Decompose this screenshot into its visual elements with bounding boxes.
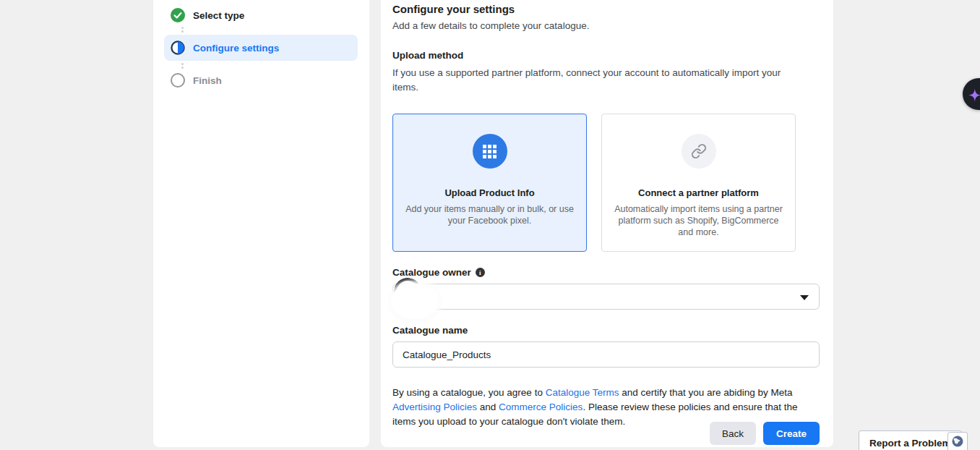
configure-settings-panel: Configure your settings Add a few detail… bbox=[381, 0, 833, 447]
page-subtitle: Add a few details to complete your catal… bbox=[392, 20, 820, 31]
card-description: Automatically import items using a partn… bbox=[613, 203, 785, 238]
report-a-problem-button[interactable]: Report a Problem bbox=[859, 430, 962, 450]
step-configure-settings[interactable]: Configure settings bbox=[164, 35, 358, 61]
sparkle-icon bbox=[965, 80, 980, 109]
catalogue-owner-label: Catalogue owner bbox=[392, 267, 471, 278]
step-label: Finish bbox=[193, 75, 222, 86]
legal-segment: and bbox=[477, 402, 499, 412]
card-title: Upload Product Info bbox=[444, 187, 534, 198]
check-circle-icon bbox=[171, 8, 185, 22]
upload-method-description: If you use a supported partner platform,… bbox=[392, 66, 790, 95]
card-upload-product-info[interactable]: Upload Product Info Add your items manua… bbox=[392, 114, 587, 252]
step-label: Select type bbox=[193, 10, 244, 21]
language-globe-button[interactable] bbox=[947, 432, 968, 450]
step-select-type[interactable]: Select type bbox=[164, 6, 358, 25]
step-finish: Finish bbox=[164, 71, 358, 90]
create-button[interactable]: Create bbox=[763, 422, 820, 445]
upload-method-cards: Upload Product Info Add your items manua… bbox=[392, 114, 820, 252]
step-label: Configure settings bbox=[193, 43, 279, 54]
page-title: Configure your settings bbox=[392, 3, 820, 15]
avatar-blur-blob bbox=[392, 284, 438, 318]
redacted-owner-avatar bbox=[392, 278, 444, 321]
step-connector-dots bbox=[181, 61, 369, 71]
step-connector-dots bbox=[181, 25, 369, 35]
catalogue-name-input[interactable] bbox=[392, 341, 820, 368]
legal-segment: and certify that you are abiding by Meta bbox=[619, 387, 792, 398]
wizard-stepper-panel: Select type Configure settings Finish bbox=[153, 0, 369, 447]
catalogue-name-label: Catalogue name bbox=[392, 325, 468, 336]
legal-segment: By using a catalogue, you agree to bbox=[392, 387, 546, 398]
catalogue-owner-select[interactable] bbox=[392, 284, 820, 310]
card-title: Connect a partner platform bbox=[638, 187, 759, 198]
back-button[interactable]: Back bbox=[710, 422, 756, 445]
avatar-arc bbox=[391, 275, 424, 308]
card-connect-partner-platform[interactable]: Connect a partner platform Automatically… bbox=[601, 114, 796, 252]
commerce-policies-link[interactable]: Commerce Policies bbox=[499, 402, 583, 412]
info-icon[interactable]: i bbox=[476, 268, 485, 277]
upload-method-heading: Upload method bbox=[392, 50, 820, 61]
chevron-down-icon bbox=[800, 295, 809, 300]
empty-circle-icon bbox=[171, 73, 185, 88]
advertising-policies-link[interactable]: Advertising Policies bbox=[392, 402, 477, 412]
card-description: Add your items manually or in bulk, or u… bbox=[404, 203, 576, 226]
link-icon bbox=[682, 134, 716, 169]
half-filled-circle-icon bbox=[171, 41, 185, 55]
catalogue-terms-link[interactable]: Catalogue Terms bbox=[546, 387, 619, 398]
grid-icon bbox=[473, 134, 507, 169]
meta-ai-assistant-button[interactable] bbox=[963, 78, 980, 110]
globe-icon bbox=[951, 435, 964, 450]
